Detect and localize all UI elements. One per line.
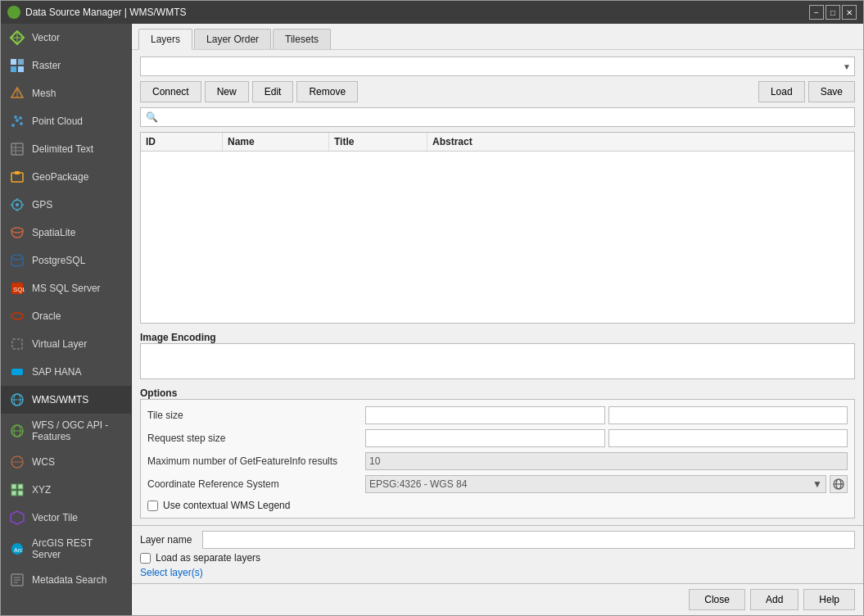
sidebar-item-ms-sql-server[interactable]: SQLMS SQL Server xyxy=(1,274,131,302)
select-layers-link[interactable]: Select layer(s) xyxy=(140,567,203,578)
sidebar-item-wfs-ogc-api[interactable]: WFS / OGC API - Features xyxy=(1,414,131,448)
sidebar-item-gps[interactable]: GPS xyxy=(1,191,131,219)
sidebar-label-ms-sql-server: MS SQL Server xyxy=(32,283,101,294)
sap-hana-icon xyxy=(9,364,25,380)
sidebar-item-wcs[interactable]: WCS xyxy=(1,448,131,476)
wms-wmts-icon xyxy=(9,392,25,408)
sidebar-item-arcgis-rest-server[interactable]: ArcArcGIS REST Server xyxy=(1,532,131,566)
crs-controls: EPSG:4326 - WGS 84 ▼ xyxy=(365,475,848,493)
add-button[interactable]: Add xyxy=(750,589,798,610)
sidebar-item-wms-wmts[interactable]: WMS/WMTS xyxy=(1,386,131,414)
max-feature-info-value: 10 xyxy=(365,452,848,470)
vector-icon xyxy=(9,29,25,46)
sidebar-label-vector: Vector xyxy=(32,32,60,43)
search-row: 🔍 xyxy=(140,107,855,127)
svg-rect-14 xyxy=(11,143,23,155)
contextual-wms-row: Use contextual WMS Legend xyxy=(147,500,848,511)
request-step-input-2[interactable] xyxy=(608,429,848,447)
svg-point-27 xyxy=(11,255,23,260)
sidebar-label-postgresql: PostgreSQL xyxy=(32,255,85,266)
tab-layers[interactable]: Layers xyxy=(138,29,192,50)
image-encoding-label: Image Encoding xyxy=(140,332,855,343)
svg-rect-19 xyxy=(15,171,20,174)
svg-text:SQL: SQL xyxy=(13,286,25,293)
layer-name-label: Layer name xyxy=(140,534,197,546)
tile-size-input-1[interactable] xyxy=(365,406,605,424)
sidebar-item-geopackage[interactable]: GeoPackage xyxy=(1,163,131,191)
xyz-icon xyxy=(9,482,25,498)
svg-point-13 xyxy=(19,116,22,120)
contextual-wms-checkbox[interactable] xyxy=(147,500,158,511)
main-window: Data Source Manager | WMS/WMTS − □ ✕ Vec… xyxy=(0,0,864,616)
sidebar-item-xyz[interactable]: XYZ xyxy=(1,476,131,504)
sidebar-label-wms-wmts: WMS/WMTS xyxy=(32,394,88,405)
new-button[interactable]: New xyxy=(205,81,249,102)
sidebar-item-point-cloud[interactable]: Point Cloud xyxy=(1,107,131,135)
action-buttons: Connect New Edit Remove Load Save xyxy=(140,81,855,102)
save-button[interactable]: Save xyxy=(808,81,855,102)
svg-rect-5 xyxy=(11,66,16,72)
edit-button[interactable]: Edit xyxy=(252,81,294,102)
sidebar-item-oracle[interactable]: Oracle xyxy=(1,302,131,330)
col-header-abstract: Abstract xyxy=(427,133,854,151)
tab-tilesets[interactable]: Tilesets xyxy=(273,29,331,49)
load-as-separate-layers-checkbox[interactable] xyxy=(140,553,151,564)
tab-layer-order[interactable]: Layer Order xyxy=(194,29,271,49)
sidebar-item-vector-tile[interactable]: Vector Tile xyxy=(1,504,131,532)
crs-dropdown[interactable]: EPSG:4326 - WGS 84 ▼ xyxy=(365,475,826,493)
connect-button[interactable]: Connect xyxy=(140,81,201,102)
svg-point-10 xyxy=(16,119,19,122)
close-button[interactable]: Close xyxy=(689,589,745,610)
app-icon xyxy=(7,6,20,19)
sidebar-label-spatialite: SpatiaLite xyxy=(32,227,75,238)
sidebar-label-vector-tile: Vector Tile xyxy=(32,512,78,523)
request-step-size-row: Request step size xyxy=(147,429,848,447)
image-encoding-section: Image Encoding xyxy=(140,328,855,379)
select-layers-row: Select layer(s) xyxy=(140,567,855,578)
sidebar-item-sap-hana[interactable]: SAP HANA xyxy=(1,358,131,386)
sidebar-item-mesh[interactable]: Mesh xyxy=(1,79,131,107)
svg-rect-41 xyxy=(11,484,16,489)
sidebar-item-metadata-search[interactable]: Metadata Search xyxy=(1,566,131,594)
search-input[interactable] xyxy=(161,111,849,123)
table-header: ID Name Title Abstract xyxy=(141,133,854,152)
crs-select-button[interactable] xyxy=(830,475,848,493)
sidebar-item-spatialite[interactable]: SpatiaLite xyxy=(1,219,131,247)
layers-table: ID Name Title Abstract xyxy=(140,132,855,324)
connection-dropdown[interactable]: ▼ xyxy=(140,57,855,76)
sidebar-item-delimited-text[interactable]: Delimited Text xyxy=(1,135,131,163)
minimize-button[interactable]: − xyxy=(809,5,824,20)
encoding-area xyxy=(140,343,855,379)
request-step-inputs xyxy=(365,429,848,447)
remove-button[interactable]: Remove xyxy=(296,81,358,102)
mesh-icon xyxy=(9,85,25,102)
help-button[interactable]: Help xyxy=(803,589,855,610)
arcgis-icon: Arc xyxy=(9,541,25,557)
sidebar-item-virtual-layer[interactable]: Virtual Layer xyxy=(1,330,131,358)
svg-point-30 xyxy=(11,313,23,319)
options-box: Tile size Request step size xyxy=(140,399,855,519)
vector-tile-icon xyxy=(9,510,25,526)
geopackage-icon xyxy=(9,169,25,185)
gps-icon xyxy=(9,197,25,213)
sidebar-item-postgresql[interactable]: PostgreSQL xyxy=(1,247,131,274)
sidebar-label-arcgis-rest-server: ArcGIS REST Server xyxy=(32,537,123,560)
spatialite-icon xyxy=(9,224,25,241)
svg-point-9 xyxy=(11,124,15,127)
bottom-check-row: Load as separate layers xyxy=(140,552,855,564)
tile-size-input-2[interactable] xyxy=(608,406,848,424)
sidebar-label-wfs-ogc-api: WFS / OGC API - Features xyxy=(32,419,123,442)
window-title: Data Source Manager | WMS/WMTS xyxy=(25,7,804,18)
options-label: Options xyxy=(140,387,855,399)
sidebar-item-raster[interactable]: Raster xyxy=(1,52,131,79)
maximize-button[interactable]: □ xyxy=(826,5,840,20)
close-button[interactable]: ✕ xyxy=(842,5,857,20)
layer-name-input[interactable] xyxy=(202,531,855,549)
crs-value: EPSG:4326 - WGS 84 xyxy=(369,478,467,490)
sidebar: VectorRasterMeshPoint CloudDelimited Tex… xyxy=(1,24,132,615)
sidebar-item-vector[interactable]: Vector xyxy=(1,24,131,52)
svg-rect-6 xyxy=(18,66,24,72)
load-button[interactable]: Load xyxy=(758,81,805,102)
tile-size-inputs xyxy=(365,406,848,424)
request-step-input-1[interactable] xyxy=(365,429,605,447)
